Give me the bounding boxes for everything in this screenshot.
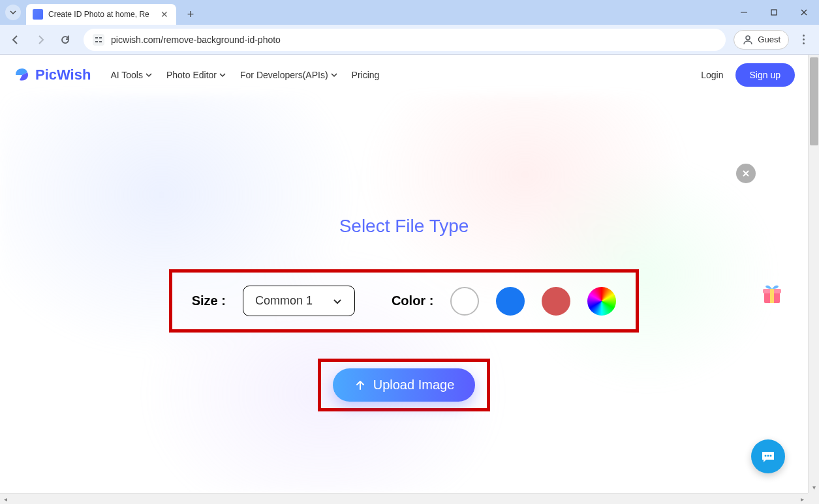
color-swatch-white[interactable]: [450, 287, 479, 316]
options-highlight-box: Size : Common 1 Color :: [169, 269, 640, 333]
user-icon: [742, 34, 754, 46]
svg-rect-2: [95, 37, 98, 38]
profile-button[interactable]: Guest: [734, 30, 789, 50]
viewport: PicWish AI Tools Photo Editor For Develo…: [0, 55, 819, 504]
tab-favicon: [33, 9, 43, 20]
nav-links: AI Tools Photo Editor For Developers(API…: [110, 70, 379, 80]
page-content: PicWish AI Tools Photo Editor For Develo…: [0, 55, 808, 493]
close-icon: [741, 169, 750, 178]
gift-icon[interactable]: [759, 280, 785, 306]
forward-button[interactable]: [30, 29, 51, 50]
profile-label: Guest: [758, 35, 780, 44]
modal: Select File Type Size : Common 1 Color :…: [0, 95, 808, 493]
scroll-down-arrow[interactable]: ▾: [809, 482, 819, 493]
reload-button[interactable]: [55, 29, 76, 50]
minimize-button[interactable]: [729, 0, 759, 25]
size-label: Size :: [192, 293, 226, 308]
size-dropdown[interactable]: Common 1: [243, 286, 355, 316]
browser-tab-strip: Create ID Photo at home, Re ✕ +: [0, 0, 819, 25]
chat-button[interactable]: [751, 439, 785, 473]
scroll-corner: [808, 493, 819, 504]
scroll-left-arrow[interactable]: ◂: [0, 494, 11, 504]
svg-rect-4: [95, 41, 98, 42]
scroll-right-arrow[interactable]: ▸: [797, 494, 808, 504]
chevron-down-icon: [219, 72, 226, 78]
chevron-down-icon: [146, 72, 152, 78]
browser-menu-button[interactable]: [793, 29, 814, 50]
nav-right: Login Sign up: [701, 63, 795, 87]
close-window-button[interactable]: [789, 0, 819, 25]
size-value: Common 1: [255, 294, 313, 308]
address-bar[interactable]: picwish.com/remove-background-id-photo: [84, 29, 726, 51]
tab-search-button[interactable]: [5, 5, 21, 20]
svg-rect-5: [99, 41, 102, 42]
upload-icon: [354, 379, 367, 392]
tab-title: Create ID Photo at home, Re: [48, 10, 154, 19]
modal-title: Select File Type: [339, 216, 469, 237]
window-controls: [729, 0, 819, 25]
chevron-down-icon: [331, 72, 337, 78]
chevron-down-icon: [332, 296, 343, 306]
svg-point-12: [770, 455, 772, 457]
color-swatch-blue[interactable]: [496, 287, 525, 316]
brand-name: PicWish: [35, 67, 91, 83]
close-modal-button[interactable]: [736, 164, 756, 183]
nav-ai-tools[interactable]: AI Tools: [110, 70, 152, 80]
nav-photo-editor[interactable]: Photo Editor: [166, 70, 226, 80]
svg-rect-3: [99, 37, 102, 38]
back-button[interactable]: [5, 29, 26, 50]
browser-tab[interactable]: Create ID Photo at home, Re ✕: [26, 4, 176, 25]
nav-developers[interactable]: For Developers(APIs): [240, 70, 337, 80]
upload-highlight-box: Upload Image: [318, 359, 491, 411]
color-label: Color :: [392, 293, 433, 308]
color-swatch-custom[interactable]: [587, 287, 616, 316]
close-icon[interactable]: ✕: [159, 9, 170, 20]
svg-point-6: [746, 36, 750, 40]
site-navbar: PicWish AI Tools Photo Editor For Develo…: [0, 55, 808, 95]
color-swatch-red[interactable]: [542, 287, 570, 316]
svg-point-11: [767, 455, 769, 457]
new-tab-button[interactable]: +: [181, 5, 200, 23]
vertical-scrollbar[interactable]: ▾: [808, 55, 819, 493]
chevron-down-icon: [9, 8, 17, 16]
horizontal-scrollbar[interactable]: ◂ ▸: [0, 493, 808, 504]
browser-toolbar: picwish.com/remove-background-id-photo G…: [0, 25, 819, 55]
signup-button[interactable]: Sign up: [735, 63, 795, 87]
login-link[interactable]: Login: [701, 70, 723, 80]
scroll-thumb[interactable]: [810, 57, 818, 145]
upload-image-button[interactable]: Upload Image: [333, 368, 476, 402]
svg-rect-1: [771, 10, 777, 15]
nav-pricing[interactable]: Pricing: [352, 70, 380, 80]
svg-rect-9: [770, 289, 774, 303]
logo-icon: [13, 66, 31, 84]
upload-label: Upload Image: [373, 378, 455, 393]
url-text: picwish.com/remove-background-id-photo: [111, 35, 717, 45]
svg-point-10: [765, 455, 767, 457]
maximize-button[interactable]: [759, 0, 789, 25]
site-settings-icon[interactable]: [93, 34, 104, 46]
chat-icon: [760, 448, 777, 465]
brand-logo[interactable]: PicWish: [13, 66, 91, 84]
